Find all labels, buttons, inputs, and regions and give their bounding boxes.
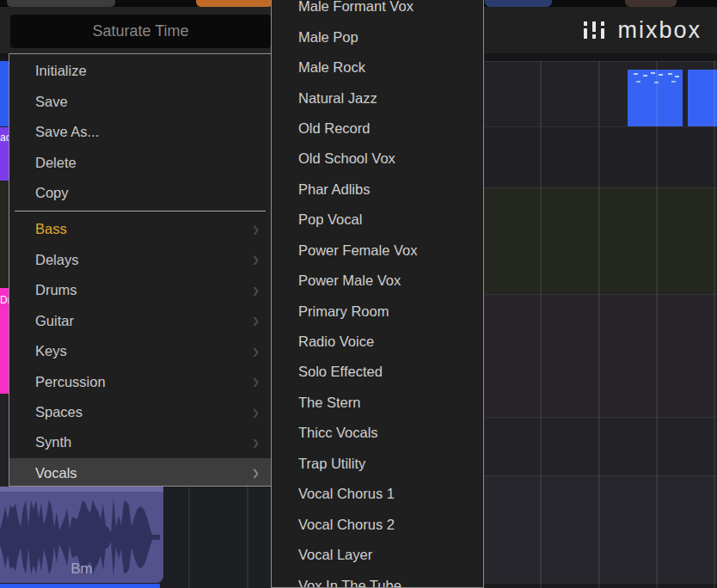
submenu-item-primary-room[interactable]: Primary Room <box>272 296 483 326</box>
submenu-item-male-formant-vox[interactable]: Male Formant Vox <box>272 0 483 21</box>
timeline-strip <box>0 53 9 61</box>
clip-purple-partial[interactable]: ac <box>0 127 9 181</box>
chevron-right-icon: › <box>253 340 259 362</box>
midi-notes <box>634 73 638 75</box>
vocals-submenu: Male Formant Vox Male Pop Male Rock Natu… <box>271 0 484 588</box>
midi-clip-blue[interactable] <box>628 70 683 135</box>
menu-category-bass[interactable]: Bass› <box>9 214 271 244</box>
menu-category-keys[interactable]: Keys› <box>9 336 271 366</box>
plugin-header-left: Saturate Time <box>0 7 272 53</box>
clip-label: Dr <box>0 294 9 306</box>
vocals-submenu-list: Male Formant Vox Male Pop Male Rock Natu… <box>272 0 483 588</box>
menu-category-delays[interactable]: Delays› <box>9 245 271 275</box>
menu-category-synth[interactable]: Synth› <box>9 427 271 457</box>
submenu-item-power-male-vox[interactable]: Power Male Vox <box>272 266 483 296</box>
clip-label: ac <box>0 132 9 144</box>
track-row <box>484 475 717 583</box>
clip-label: Bm <box>0 560 163 578</box>
grid-line <box>656 61 658 588</box>
plugin-header-right: mixbox <box>484 7 717 53</box>
menu-category-drums[interactable]: Drums› <box>9 275 271 305</box>
menu-item-save[interactable]: Save <box>9 86 271 116</box>
submenu-item-thicc-vocals[interactable]: Thicc Vocals <box>272 418 483 448</box>
blue-control-fragment <box>485 0 552 7</box>
chevron-right-icon: › <box>253 432 259 453</box>
submenu-item-natural-jazz[interactable]: Natural Jazz <box>272 83 483 113</box>
submenu-item-male-rock[interactable]: Male Rock <box>272 52 483 83</box>
submenu-item-vocal-chorus-2[interactable]: Vocal Chorus 2 <box>272 509 483 539</box>
submenu-item-trap-utility[interactable]: Trap Utility <box>272 449 483 479</box>
menu-category-guitar[interactable]: Guitar› <box>9 306 271 336</box>
submenu-item-male-pop[interactable]: Male Pop <box>272 21 483 52</box>
menu-item-copy[interactable]: Copy <box>9 178 271 208</box>
menu-item-delete[interactable]: Delete <box>9 147 271 177</box>
orange-control-fragment <box>196 0 273 7</box>
dark-control-fragment <box>625 0 677 7</box>
chevron-right-icon: › <box>253 279 259 301</box>
clip-blue-bottom-partial[interactable] <box>0 584 160 588</box>
chevron-right-icon: › <box>253 371 259 392</box>
submenu-item-old-record[interactable]: Old Record <box>272 113 483 144</box>
track-row: Drum_I <box>484 294 717 417</box>
menu-separator <box>15 211 266 211</box>
track-row <box>484 61 717 126</box>
grid-line <box>598 61 600 588</box>
submenu-item-solo-effected[interactable]: Solo Effected <box>272 357 483 387</box>
mixbox-faders-icon <box>582 19 610 41</box>
mixbox-logo: mixbox <box>582 17 702 44</box>
submenu-item-old-school-vox[interactable]: Old School Vox <box>272 144 483 174</box>
grid-line <box>247 487 248 588</box>
chevron-right-icon: › <box>253 310 259 332</box>
menu-item-save-as[interactable]: Save As... <box>9 117 271 147</box>
track-row <box>484 417 717 475</box>
menu-category-spaces[interactable]: Spaces› <box>9 397 271 427</box>
preset-name: Saturate Time <box>92 22 188 40</box>
submenu-item-vocal-layer[interactable]: Vocal Layer <box>272 540 483 570</box>
track-row <box>0 181 9 288</box>
submenu-item-the-stern[interactable]: The Stern <box>272 388 483 418</box>
preset-selector-button[interactable]: Saturate Time <box>10 15 271 48</box>
grid-line <box>188 487 190 588</box>
menu-category-vocals[interactable]: Vocals› <box>9 458 271 487</box>
submenu-item-radio-voice[interactable]: Radio Voice <box>272 327 483 357</box>
audio-clip[interactable]: Bm <box>0 492 163 583</box>
chevron-right-icon: › <box>253 462 259 484</box>
submenu-item-phar-adlibs[interactable]: Phar Adlibs <box>272 175 483 205</box>
chevron-right-icon: › <box>253 218 259 240</box>
track-row <box>484 187 717 294</box>
submenu-item-vox-in-the-tube[interactable]: Vox In The Tube <box>272 570 483 588</box>
submenu-item-pop-vocal[interactable]: Pop Vocal <box>272 205 483 235</box>
knob-fragment <box>7 0 115 7</box>
arrangement-grid-right: Drum_I <box>484 53 717 588</box>
grid-line <box>540 61 542 588</box>
daw-screen: Saturate Time mixbox <box>0 0 717 588</box>
grid-line <box>714 61 715 588</box>
clip-blue-partial[interactable] <box>0 61 9 126</box>
menu-item-initialize[interactable]: Initialize <box>9 56 271 86</box>
menu-category-percussion[interactable]: Percussion› <box>9 366 271 396</box>
arrangement-grid-left-sliver: ac Dr <box>0 53 9 487</box>
chevron-right-icon: › <box>253 249 259 271</box>
mixbox-logo-text: mixbox <box>617 17 702 44</box>
chevron-right-icon: › <box>253 401 259 423</box>
submenu-item-power-female-vox[interactable]: Power Female Vox <box>272 236 483 266</box>
arrangement-bottom-left: Bm <box>0 487 272 588</box>
timeline-strip <box>484 53 717 61</box>
midi-clip-blue-partial[interactable] <box>688 70 717 135</box>
clip-pink-partial[interactable]: Dr <box>0 288 9 394</box>
track-row <box>484 126 717 187</box>
track-row <box>484 583 717 588</box>
preset-context-menu: Initialize Save Save As... Delete Copy B… <box>9 53 272 487</box>
submenu-item-vocal-chorus-1[interactable]: Vocal Chorus 1 <box>272 479 483 509</box>
